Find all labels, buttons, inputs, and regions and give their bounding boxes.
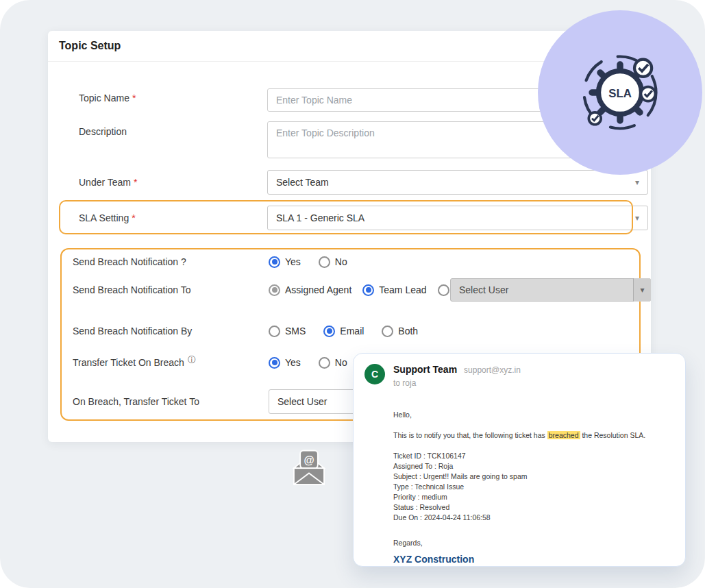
- topic-name-label: Topic Name*: [79, 92, 136, 104]
- breach-by-options: SMS Email Both: [269, 326, 418, 337]
- sender-name: Support Team: [393, 364, 457, 375]
- breach-notification-row: Send Breach Notification ? Yes No: [73, 251, 347, 273]
- email-closing: Regards,: [393, 538, 688, 548]
- ticket-detail-line: Due On : 2024-04-24 11:06:58: [393, 513, 688, 523]
- sla-setting-label: SLA Setting*: [79, 212, 136, 224]
- under-team-value: Select Team: [276, 177, 329, 188]
- at-symbol: @: [304, 454, 314, 466]
- radio-option-both[interactable]: Both: [382, 326, 418, 337]
- breach-by-row: Send Breach Notification By SMS Email Bo…: [73, 321, 418, 341]
- sender-email: support@xyz.in: [464, 365, 521, 375]
- email-signature: XYZ Construction: [393, 554, 688, 565]
- email-envelope-icon: @: [286, 447, 332, 492]
- transfer-to-label: On Breach, Transfer Ticket To: [73, 396, 269, 407]
- breach-by-label: Send Breach Notification By: [73, 326, 269, 336]
- check-badge: [634, 60, 652, 77]
- radio-option-yes[interactable]: Yes: [269, 256, 301, 268]
- under-team-label: Under Team*: [79, 176, 137, 188]
- chevron-down-icon[interactable]: ▾: [635, 214, 639, 222]
- info-icon: ⓘ: [188, 356, 196, 364]
- required-asterisk: *: [132, 212, 135, 224]
- ticket-detail-line: Ticket ID : TCK106147: [393, 451, 688, 461]
- breach-user-value: Select User: [459, 284, 508, 295]
- radio-unselected-icon[interactable]: [269, 326, 280, 337]
- radio-option-email[interactable]: Email: [323, 326, 364, 337]
- radio-option-no[interactable]: No: [319, 357, 347, 369]
- transfer-row: Transfer Ticket On Breach ⓘ Yes No: [73, 352, 347, 373]
- sender-line: Support Team support@xyz.in: [393, 364, 521, 375]
- email-notification-sentence: This is to notify you that, the followin…: [393, 430, 688, 441]
- sla-badge-text: SLA: [608, 87, 632, 100]
- transfer-label: Transfer Ticket On Breach ⓘ: [73, 357, 269, 368]
- sla-setting-value: SLA 1 - Generic SLA: [276, 212, 364, 223]
- chevron-down-icon[interactable]: ▾: [633, 278, 651, 302]
- breach-notification-label: Send Breach Notification ?: [73, 256, 269, 267]
- radio-option-custom-user[interactable]: [438, 284, 449, 296]
- breach-user-select[interactable]: Select User ▾: [450, 278, 651, 302]
- radio-unselected-icon[interactable]: [319, 357, 330, 369]
- radio-disabled-selected-icon[interactable]: [269, 284, 280, 296]
- page-background: Topic Setup Topic Name* Description Unde…: [0, 0, 705, 588]
- breach-to-label: Send Breach Notification To: [73, 284, 269, 295]
- ticket-detail-line: Status : Resolved: [393, 502, 688, 513]
- radio-selected-icon[interactable]: [362, 284, 374, 296]
- email-body: Hello, This is to notify you that, the f…: [393, 410, 688, 565]
- sla-setting-select[interactable]: SLA 1 - Generic SLA ▾: [267, 206, 648, 230]
- envelope-body: [294, 468, 324, 485]
- radio-selected-icon[interactable]: [269, 256, 280, 268]
- radio-selected-icon[interactable]: [323, 326, 335, 337]
- breach-to-row: Send Breach Notification To Assigned Age…: [73, 278, 449, 302]
- required-asterisk: *: [132, 92, 136, 104]
- ticket-detail-line: Priority : medium: [393, 492, 688, 502]
- email-preview-card: C Support Team support@xyz.in to roja He…: [353, 353, 686, 567]
- radio-option-yes[interactable]: Yes: [269, 357, 301, 369]
- breach-notification-options: Yes No: [269, 256, 347, 268]
- avatar: C: [364, 364, 385, 384]
- under-team-select[interactable]: Select Team ▾: [267, 170, 648, 195]
- radio-option-team-lead[interactable]: Team Lead: [362, 284, 426, 296]
- description-label: Description: [79, 125, 127, 138]
- radio-option-sms[interactable]: SMS: [269, 326, 306, 337]
- radio-unselected-icon[interactable]: [438, 284, 449, 296]
- radio-option-no[interactable]: No: [319, 256, 347, 268]
- radio-selected-icon[interactable]: [269, 357, 280, 369]
- transfer-options: Yes No: [269, 357, 347, 369]
- transfer-user-value: Select User: [277, 396, 327, 407]
- ticket-detail-line: Subject : Urgent!! Mails are going to sp…: [393, 471, 688, 482]
- ticket-details: Ticket ID : TCK106147 Assigned To : Roja…: [393, 451, 688, 523]
- highlighted-word: breached: [547, 431, 580, 439]
- email-greeting: Hello,: [393, 410, 688, 420]
- transfer-to-row: On Breach, Transfer Ticket To: [73, 393, 269, 410]
- sla-gear-icon: SLA: [577, 49, 663, 136]
- required-asterisk: *: [134, 176, 137, 188]
- radio-option-assigned-agent[interactable]: Assigned Agent: [269, 284, 351, 296]
- radio-unselected-icon[interactable]: [382, 326, 393, 337]
- ticket-detail-line: Assigned To : Roja: [393, 461, 688, 471]
- recipient-line: to roja: [393, 378, 416, 388]
- chevron-down-icon[interactable]: ▾: [635, 178, 639, 186]
- radio-unselected-icon[interactable]: [319, 256, 330, 268]
- breach-to-options: Assigned Agent Team Lead: [269, 284, 449, 296]
- ticket-detail-line: Type : Technical Issue: [393, 482, 688, 492]
